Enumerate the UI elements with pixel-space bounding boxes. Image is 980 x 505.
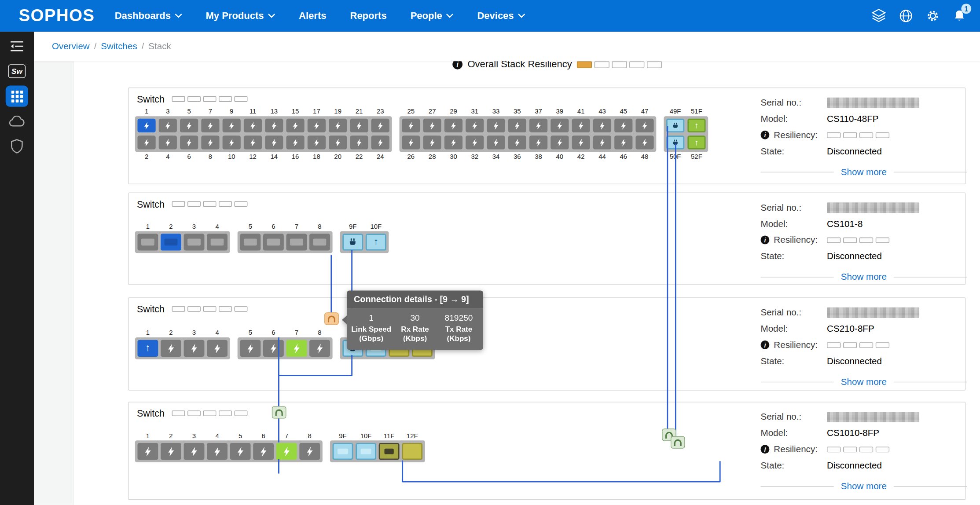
port-4[interactable] [207,234,228,250]
port-4[interactable] [207,443,228,460]
port-9[interactable] [223,119,241,132]
port-5[interactable] [240,234,261,250]
port-51F[interactable]: ↑ [687,119,705,132]
port-30[interactable] [444,135,462,149]
port-7[interactable] [286,340,307,357]
port-52F[interactable]: ↑ [687,135,705,149]
port-47[interactable] [635,119,653,132]
port-2[interactable] [161,340,181,357]
port-1[interactable] [137,119,155,132]
port-4[interactable] [159,135,177,149]
sidebar-shield-icon[interactable] [0,134,34,159]
port-5[interactable] [230,443,251,460]
port-22[interactable] [350,135,368,149]
port-40[interactable] [551,135,569,149]
nav-item-alerts[interactable]: Alerts [299,10,326,22]
show-more-link[interactable]: Show more [841,481,887,491]
connection-hop-icon[interactable] [671,436,685,448]
port-21[interactable] [350,119,368,132]
port-29[interactable] [444,119,462,132]
port-6[interactable] [180,135,198,149]
port-4[interactable] [207,340,228,357]
sidebar-collapse-icon[interactable] [0,34,34,59]
port-49F[interactable] [666,119,684,132]
connection-hop-icon-active[interactable] [324,312,339,325]
port-9F[interactable] [342,234,363,250]
port-44[interactable] [593,135,611,149]
breadcrumb-switches[interactable]: Switches [101,41,137,51]
port-2[interactable] [161,234,181,250]
port-11F[interactable] [379,443,400,460]
port-7[interactable] [201,119,219,132]
bell-icon[interactable]: 1 [953,8,966,23]
port-17[interactable] [308,119,326,132]
port-25[interactable] [402,119,420,132]
show-more-link[interactable]: Show more [841,167,887,177]
nav-item-reports[interactable]: Reports [350,10,386,22]
port-6[interactable] [263,234,284,250]
port-1[interactable] [137,443,158,460]
port-3[interactable] [184,234,205,250]
port-24[interactable] [371,135,389,149]
port-8[interactable] [201,135,219,149]
connection-hop-icon[interactable] [272,406,286,418]
port-15[interactable] [286,119,304,132]
port-12F[interactable] [402,443,422,460]
sidebar-switch-sw-icon[interactable]: Sw [0,59,34,84]
sidebar-cloud-icon[interactable] [0,109,34,134]
port-7[interactable] [276,443,297,460]
port-37[interactable] [529,119,547,132]
port-12[interactable] [244,135,262,149]
port-26[interactable] [402,135,420,149]
port-32[interactable] [466,135,484,149]
show-more-link[interactable]: Show more [841,272,887,282]
port-1[interactable] [137,234,158,250]
port-39[interactable] [551,119,569,132]
port-35[interactable] [508,119,526,132]
port-23[interactable] [371,119,389,132]
port-50F[interactable] [666,135,684,149]
port-19[interactable] [329,119,347,132]
port-48[interactable] [635,135,653,149]
show-more-link[interactable]: Show more [841,377,887,387]
port-14[interactable] [265,135,283,149]
nav-item-devices[interactable]: Devices [477,10,525,22]
port-27[interactable] [423,119,441,132]
port-9F[interactable] [333,443,353,460]
port-34[interactable] [487,135,505,149]
port-28[interactable] [423,135,441,149]
port-20[interactable] [329,135,347,149]
port-38[interactable] [529,135,547,149]
port-10F[interactable] [356,443,376,460]
port-10F[interactable]: ↑ [366,234,386,250]
port-36[interactable] [508,135,526,149]
port-2[interactable] [137,135,155,149]
port-18[interactable] [308,135,326,149]
port-3[interactable] [159,119,177,132]
port-45[interactable] [614,119,632,132]
port-16[interactable] [286,135,304,149]
port-46[interactable] [614,135,632,149]
port-6[interactable] [253,443,274,460]
breadcrumb-overview[interactable]: Overview [52,41,90,51]
globe-icon[interactable] [899,8,913,23]
port-10[interactable] [223,135,241,149]
products-stack-icon[interactable] [871,9,886,22]
port-5[interactable] [240,340,261,357]
port-11[interactable] [244,119,262,132]
port-7[interactable] [286,234,307,250]
port-41[interactable] [572,119,590,132]
port-33[interactable] [487,119,505,132]
port-6[interactable] [263,340,284,357]
port-42[interactable] [572,135,590,149]
gear-icon[interactable] [925,8,940,23]
port-8[interactable] [309,234,330,250]
port-5[interactable] [180,119,198,132]
port-43[interactable] [593,119,611,132]
port-13[interactable] [265,119,283,132]
nav-item-people[interactable]: People [411,10,454,22]
sidebar-grid-apps-icon[interactable] [0,84,34,109]
port-31[interactable] [466,119,484,132]
port-3[interactable] [184,340,205,357]
nav-item-dashboards[interactable]: Dashboards [115,10,182,22]
